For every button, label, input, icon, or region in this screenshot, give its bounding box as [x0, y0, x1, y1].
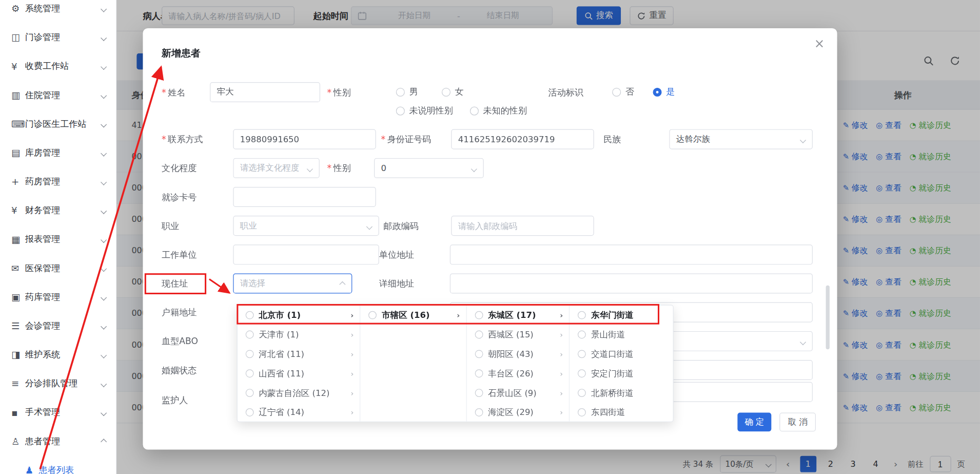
active-radio-yes[interactable]: 是 — [653, 82, 675, 102]
idcard-input[interactable] — [451, 129, 594, 149]
cascader-option-shanxi[interactable]: 山西省 (11)› — [238, 364, 360, 383]
chevron-down-icon — [101, 266, 107, 272]
cascader-option-haidian[interactable]: 海淀区 (29)› — [467, 403, 570, 422]
cascader-option-chaoyang[interactable]: 朝阳区 (43)› — [467, 344, 570, 364]
cascader-option-neimenggu[interactable]: 内蒙古自治区 (12)› — [238, 383, 360, 403]
visit-card-input[interactable] — [233, 187, 376, 207]
ethnicity-select[interactable]: 达斡尔族 — [669, 129, 813, 149]
cascader-option-tianjin[interactable]: 天津市 (1)› — [238, 325, 360, 345]
sidebar-item-finance[interactable]: ¥财务管理 — [0, 196, 116, 225]
chevron-right-icon: › — [560, 350, 563, 358]
active-radio-no[interactable]: 否 — [612, 82, 634, 102]
marital-status-label: 婚姻状态 — [162, 360, 197, 380]
radio-icon — [475, 389, 483, 397]
unit-address-input[interactable] — [450, 244, 813, 264]
chevron-down-icon — [101, 92, 107, 99]
cascader-option-hebei[interactable]: 河北省 (11)› — [238, 344, 360, 364]
cascader-option-jingshan[interactable]: 景山街道 — [570, 325, 673, 345]
name-input[interactable] — [210, 82, 320, 102]
blood-type-label: 血型ABO — [162, 331, 198, 351]
sidebar-item-label: 分诊排队管理 — [25, 378, 102, 389]
sidebar-item-triage-queue[interactable]: ≡分诊排队管理 — [0, 369, 116, 398]
detail-address-label: 详细地址 — [379, 273, 414, 293]
surgery-icon: ▪ — [11, 407, 25, 419]
radio-icon — [578, 350, 586, 358]
cascader-option-beijing[interactable]: 北京市 (1)› — [238, 306, 360, 325]
medical-cross-icon: + — [11, 176, 25, 187]
contact-input[interactable] — [233, 129, 376, 149]
dialog-scrollbar[interactable] — [826, 286, 830, 350]
address-cascader-panel: 北京市 (1)› 天津市 (1)› 河北省 (11)› 山西省 (11)› 内蒙… — [237, 305, 674, 422]
radio-icon — [396, 107, 405, 116]
radio-icon — [246, 408, 254, 416]
confirm-button[interactable]: 确 定 — [737, 413, 771, 432]
radio-selected-icon — [653, 88, 661, 97]
cascader-option-xicheng[interactable]: 西城区 (15)› — [467, 325, 570, 345]
radio-icon — [246, 369, 254, 377]
cascader-option-fengtai[interactable]: 丰台区 (26)› — [467, 364, 570, 383]
cascader-option-andingmen[interactable]: 安定门街道 — [570, 364, 673, 383]
cascader-option-shixiaqu[interactable]: 市辖区 (16)› — [361, 306, 466, 325]
close-icon[interactable]: × — [814, 36, 825, 51]
postcode-input[interactable] — [451, 216, 594, 236]
confirm-button-label: 确 定 — [744, 416, 764, 428]
sidebar-item-maintenance[interactable]: ◨维护系统 — [0, 340, 116, 369]
chevron-down-icon — [101, 121, 107, 127]
sidebar-item-pharmacy[interactable]: +药房管理 — [0, 167, 116, 196]
radio-icon — [475, 408, 483, 416]
sidebar-item-label: 医保管理 — [25, 263, 102, 274]
cascader-district-column: 东城区 (17)› 西城区 (15)› 朝阳区 (43)› 丰台区 (26)› … — [467, 306, 570, 422]
gender-radio-female[interactable]: 女 — [442, 82, 464, 102]
cascader-option-dongsi[interactable]: 东四街道 — [570, 403, 673, 422]
education-select[interactable]: 请选择文化程度 — [233, 158, 320, 178]
sidebar-item-patient-list[interactable]: ♟患者列表 — [0, 456, 116, 474]
cascader-option-jiaodaokou[interactable]: 交道口街道 — [570, 344, 673, 364]
sidebar: ⚙系统管理 ◫门诊管理 ¥收费工作站 ▥住院管理 ⌨门诊医生工作站 ▤库房管理 … — [0, 0, 116, 474]
sidebar-item-warehouse[interactable]: ▤库房管理 — [0, 139, 116, 167]
cancel-button[interactable]: 取 消 — [779, 413, 816, 432]
sidebar-item-surgery[interactable]: ▪手术管理 — [0, 398, 116, 427]
chevron-down-icon — [101, 323, 107, 329]
sidebar-item-system[interactable]: ⚙系统管理 — [0, 0, 116, 23]
chevron-down-icon — [101, 179, 107, 185]
radio-icon — [475, 311, 483, 319]
cascader-option-dongcheng[interactable]: 东城区 (17)› — [467, 306, 570, 325]
gender-radio-unknown[interactable]: 未知的性别 — [470, 101, 527, 121]
cascader-option-beixinqiao[interactable]: 北新桥街道 — [570, 383, 673, 403]
sidebar-item-charging-station[interactable]: ¥收费工作站 — [0, 52, 116, 81]
chevron-down-icon — [101, 6, 107, 12]
gender2-select[interactable]: 0 — [374, 158, 484, 178]
cascader-option-donghuamen[interactable]: 东华门街道 — [570, 306, 673, 325]
chevron-down-icon — [101, 294, 107, 300]
work-unit-label: 工作单位 — [162, 244, 197, 264]
cascader-option-liaoning[interactable]: 辽宁省 (14)› — [238, 403, 360, 422]
cascader-option-shijingshan[interactable]: 石景山区 (9)› — [467, 383, 570, 403]
sidebar-item-inpatient[interactable]: ▥住院管理 — [0, 81, 116, 110]
sidebar-item-patient[interactable]: ♙患者管理 — [0, 427, 116, 456]
sidebar-item-doctor-workstation[interactable]: ⌨门诊医生工作站 — [0, 110, 116, 139]
sidebar-item-consultation[interactable]: ☰会诊管理 — [0, 312, 116, 340]
cascader-city-column: 市辖区 (16)› — [361, 306, 467, 422]
occupation-select[interactable]: 职业 — [233, 216, 379, 236]
chevron-right-icon: › — [350, 330, 354, 339]
mail-icon: ✉ — [11, 263, 25, 274]
current-address-cascader-trigger[interactable]: 请选择 — [233, 273, 352, 293]
gender-radio-male[interactable]: 男 — [396, 82, 418, 102]
detail-address-input[interactable] — [450, 273, 813, 293]
sidebar-item-report[interactable]: ▦报表管理 — [0, 225, 116, 254]
gender-radio-unspecified[interactable]: 未说明性别 — [396, 101, 453, 121]
name-label: 姓名 — [162, 82, 185, 102]
sidebar-item-outpatient[interactable]: ◫门诊管理 — [0, 23, 116, 52]
monitor-icon: ⌨ — [11, 119, 25, 130]
guardian-label: 监护人 — [162, 390, 188, 410]
list-icon: ☰ — [11, 320, 25, 332]
sidebar-item-insurance[interactable]: ✉医保管理 — [0, 254, 116, 283]
sidebar-item-drug-storage[interactable]: ▣药库管理 — [0, 283, 116, 312]
radio-icon — [578, 369, 586, 377]
gender2-label: 性别 — [327, 158, 350, 178]
chevron-down-icon — [101, 63, 107, 69]
education-label: 文化程度 — [162, 158, 197, 178]
chevron-down-icon — [471, 166, 477, 172]
work-unit-input[interactable] — [233, 244, 379, 264]
yen-icon: ¥ — [11, 61, 25, 72]
